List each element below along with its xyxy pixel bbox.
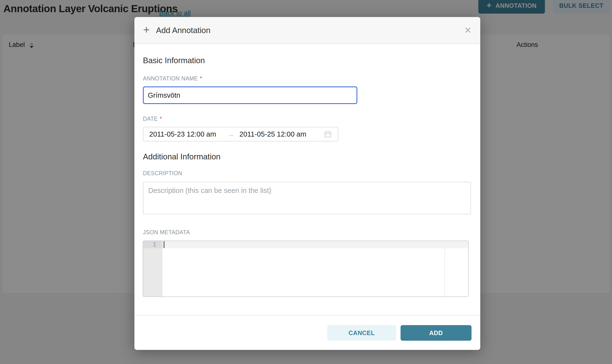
json-metadata-label: JSON METADATA bbox=[143, 229, 190, 236]
required-asterisk: * bbox=[200, 75, 202, 82]
editor-gutter bbox=[143, 241, 162, 297]
date-start-value[interactable]: 2011-05-23 12:00 am bbox=[149, 130, 227, 138]
editor-print-margin bbox=[444, 248, 445, 297]
date-range-picker[interactable]: 2011-05-23 12:00 am → 2011-05-25 12:00 a… bbox=[143, 127, 338, 142]
plus-icon: + bbox=[143, 24, 150, 35]
modal-header: + Add Annotation ✕ bbox=[134, 17, 480, 44]
date-end-value[interactable]: 2011-05-25 12:00 am bbox=[239, 130, 306, 138]
annotation-name-input[interactable] bbox=[143, 87, 357, 104]
json-metadata-editor[interactable]: 1 bbox=[143, 241, 469, 297]
footer-divider bbox=[134, 315, 480, 315]
required-asterisk: * bbox=[160, 116, 162, 122]
editor-cursor bbox=[164, 241, 165, 248]
description-label: DESCRIPTION bbox=[143, 170, 182, 177]
modal-title: Add Annotation bbox=[156, 26, 210, 35]
editor-active-line bbox=[162, 241, 468, 248]
date-label: DATE* bbox=[143, 116, 162, 122]
annotation-name-label: ANNOTATION NAME* bbox=[143, 75, 202, 82]
calendar-icon[interactable] bbox=[324, 130, 332, 138]
additional-information-heading: Additional Information bbox=[143, 152, 221, 161]
add-button[interactable]: ADD bbox=[401, 325, 471, 341]
close-icon[interactable]: ✕ bbox=[464, 26, 471, 35]
description-textarea[interactable] bbox=[143, 182, 471, 214]
basic-information-heading: Basic Information bbox=[143, 56, 205, 65]
add-annotation-modal: + Add Annotation ✕ Basic Information ANN… bbox=[134, 17, 480, 350]
cancel-button[interactable]: CANCEL bbox=[327, 325, 396, 341]
editor-line-number: 1 bbox=[143, 241, 162, 248]
arrow-right-icon: → bbox=[227, 130, 239, 138]
